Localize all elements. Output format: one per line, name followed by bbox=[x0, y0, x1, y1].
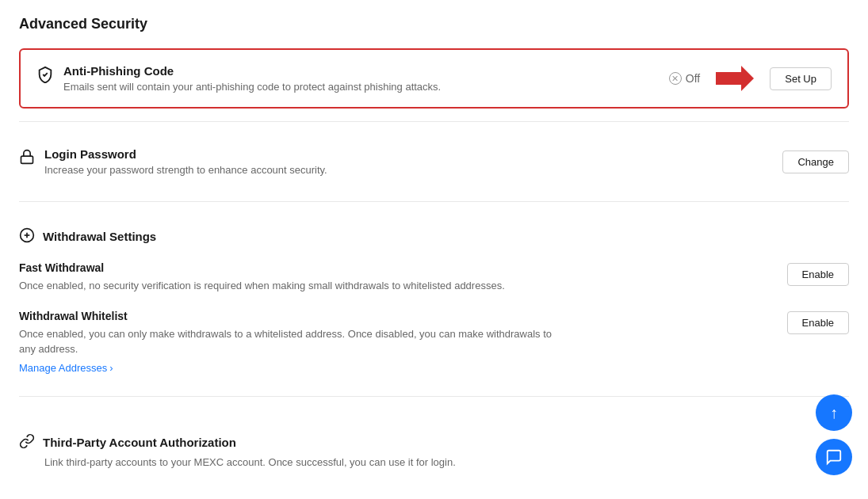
withdrawal-settings-title: Withdrawal Settings bbox=[43, 230, 156, 243]
login-password-description: Increase your password strength to enhan… bbox=[44, 164, 327, 176]
withdrawal-icon bbox=[19, 227, 35, 246]
fast-withdrawal-row: Fast Withdrawal Once enabled, no securit… bbox=[19, 255, 849, 303]
divider-2 bbox=[19, 201, 849, 202]
manage-addresses-link[interactable]: Manage Addresses › bbox=[19, 362, 113, 374]
fast-withdrawal-title: Fast Withdrawal bbox=[19, 261, 771, 274]
setup-button[interactable]: Set Up bbox=[770, 67, 832, 90]
withdrawal-whitelist-row: Withdrawal Whitelist Once enabled, you c… bbox=[19, 303, 849, 383]
link-icon bbox=[19, 433, 35, 451]
svg-rect-1 bbox=[21, 156, 33, 163]
anti-phishing-status: ✕ Off bbox=[669, 72, 700, 85]
withdrawal-settings-section: Withdrawal Settings bbox=[19, 215, 849, 255]
status-off-icon: ✕ bbox=[669, 72, 682, 85]
arrow-right-icon bbox=[716, 66, 754, 91]
withdrawal-whitelist-title: Withdrawal Whitelist bbox=[19, 310, 771, 322]
withdrawal-whitelist-description: Once enabled, you can only make withdraw… bbox=[19, 326, 558, 357]
whitelist-enable-button[interactable]: Enable bbox=[787, 311, 849, 334]
fast-withdrawal-description: Once enabled, no security verification i… bbox=[19, 278, 558, 294]
support-button[interactable] bbox=[816, 439, 852, 475]
fast-withdrawal-enable-button[interactable]: Enable bbox=[787, 263, 849, 286]
lock-icon bbox=[19, 149, 35, 167]
login-password-title: Login Password bbox=[44, 147, 327, 161]
login-password-row: Login Password Increase your password st… bbox=[19, 135, 849, 189]
fab-container: ↑ bbox=[816, 394, 852, 475]
page-title: Advanced Security bbox=[19, 16, 849, 32]
third-party-section: Third-Party Account Authorization Link t… bbox=[19, 409, 849, 482]
change-password-button[interactable]: Change bbox=[782, 150, 849, 173]
scroll-top-button[interactable]: ↑ bbox=[816, 394, 852, 431]
divider-1 bbox=[19, 121, 849, 122]
anti-phishing-title: Anti-Phishing Code bbox=[63, 64, 441, 78]
shield-icon bbox=[36, 66, 54, 86]
third-party-title: Third-Party Account Authorization bbox=[43, 436, 236, 449]
third-party-description: Link third-party accounts to your MEXC a… bbox=[44, 455, 583, 470]
divider-3 bbox=[19, 396, 849, 397]
anti-phishing-card: Anti-Phishing Code Emails sent will cont… bbox=[19, 48, 849, 109]
svg-marker-0 bbox=[716, 66, 754, 91]
anti-phishing-description: Emails sent will contain your anti-phish… bbox=[63, 81, 441, 93]
